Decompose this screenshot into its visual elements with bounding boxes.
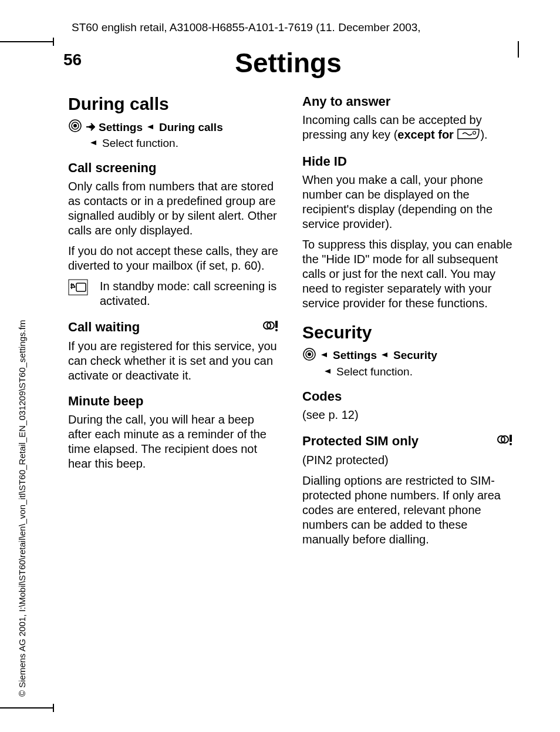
nav-during-calls-label: During calls bbox=[159, 121, 223, 134]
hide-id-desc2: To suppress this display, you can enable… bbox=[302, 237, 513, 311]
heading-call-screening: Call screening bbox=[68, 160, 279, 176]
call-screening-desc2: If you do not accept these calls, they a… bbox=[68, 244, 279, 273]
svg-rect-4 bbox=[76, 283, 86, 291]
nav-select-function2: Select function. bbox=[336, 365, 413, 378]
svg-rect-15 bbox=[510, 435, 512, 442]
heading-codes: Codes bbox=[302, 389, 513, 404]
any-to-answer-desc: Incoming calls can be accepted by pressi… bbox=[302, 113, 513, 143]
section-during-calls: During calls bbox=[68, 94, 279, 114]
standby-text: In standby mode: call screening is activ… bbox=[100, 279, 279, 308]
nav-path-during-calls: Settings During calls bbox=[68, 119, 279, 136]
heading-any-to-answer: Any to answer bbox=[302, 94, 513, 109]
document-header: ST60 english retail, A31008-H6855-A101-1… bbox=[72, 21, 513, 34]
left-column: During calls Settings During calls Selec… bbox=[68, 94, 279, 553]
svg-point-9 bbox=[473, 131, 476, 134]
provider-dependent-icon bbox=[262, 319, 279, 335]
minute-beep-desc: During the call, you will hear a beep af… bbox=[68, 412, 279, 471]
right-column: Any to answer Incoming calls can be acce… bbox=[302, 94, 513, 553]
arrow-icon bbox=[323, 365, 333, 378]
codes-ref: (see p. 12) bbox=[302, 408, 513, 422]
nav-path-select2: Select function. bbox=[302, 365, 513, 378]
heading-minute-beep: Minute beep bbox=[68, 394, 279, 409]
crop-mark-bl bbox=[0, 707, 53, 709]
heading-call-waiting: Call waiting bbox=[68, 319, 279, 335]
hide-id-desc1: When you make a call, your phone number … bbox=[302, 173, 513, 231]
protected-sim-desc: Dialling options are restricted to SIM-p… bbox=[302, 474, 513, 547]
svg-rect-7 bbox=[275, 321, 278, 328]
call-screening-icon bbox=[68, 279, 88, 308]
nav-select-function: Select function. bbox=[102, 137, 178, 150]
nav-settings-label: Settings bbox=[99, 121, 143, 134]
standby-icon-row: In standby mode: call screening is activ… bbox=[68, 279, 279, 308]
svg-point-12 bbox=[308, 352, 311, 356]
heading-hide-id: Hide ID bbox=[302, 154, 513, 169]
nav-path-security: Settings Security bbox=[302, 347, 513, 364]
crop-mark-tl bbox=[0, 41, 53, 42]
sidebar-copyright: © Siemens AG 2001, I:\Mobil\ST60\retail\… bbox=[17, 320, 27, 697]
arrow-icon bbox=[86, 121, 95, 134]
arrow-icon bbox=[380, 349, 390, 362]
call-waiting-desc: If you are registered for this service, … bbox=[68, 339, 279, 383]
nav-security-label: Security bbox=[393, 349, 437, 362]
navkey-icon bbox=[68, 119, 82, 136]
arrow-icon bbox=[146, 121, 156, 134]
protected-sim-pin2: (PIN2 protected) bbox=[302, 453, 513, 468]
page-title: Settings bbox=[63, 47, 513, 79]
svg-point-8 bbox=[275, 329, 278, 331]
page-header-row: 56 Settings bbox=[63, 51, 513, 69]
svg-point-2 bbox=[73, 124, 77, 127]
call-screening-desc: Only calls from numbers that are stored … bbox=[68, 179, 279, 238]
nav-path-select: Select function. bbox=[68, 137, 279, 150]
navkey-icon bbox=[302, 347, 316, 364]
content-area: During calls Settings During calls Selec… bbox=[68, 94, 513, 553]
arrow-icon bbox=[320, 349, 329, 362]
heading-protected-sim: Protected SIM only bbox=[302, 433, 513, 449]
provider-dependent-icon bbox=[497, 433, 513, 449]
svg-point-16 bbox=[510, 443, 512, 445]
end-key-icon bbox=[457, 128, 480, 143]
section-security: Security bbox=[302, 323, 513, 343]
crop-mark-tr bbox=[518, 41, 519, 58]
nav-settings-label2: Settings bbox=[333, 349, 377, 362]
arrow-icon bbox=[89, 137, 99, 150]
